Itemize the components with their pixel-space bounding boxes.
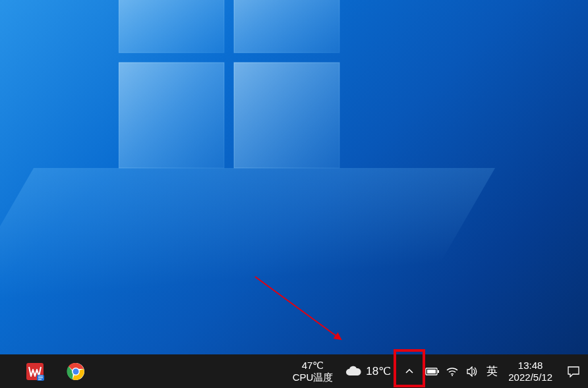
svg-rect-3 bbox=[234, 63, 339, 168]
svg-point-13 bbox=[452, 375, 453, 376]
volume-indicator[interactable] bbox=[462, 354, 482, 388]
svg-rect-1 bbox=[234, 0, 339, 53]
battery-indicator[interactable] bbox=[423, 354, 442, 388]
wifi-icon bbox=[446, 366, 459, 377]
wps-icon bbox=[25, 362, 45, 381]
notification-icon bbox=[567, 366, 580, 377]
desktop-wallpaper[interactable] bbox=[0, 0, 588, 354]
ime-label: 英 bbox=[486, 364, 498, 379]
system-tray-overflow-button[interactable] bbox=[396, 354, 423, 388]
cpu-temp-label: CPU温度 bbox=[293, 372, 334, 383]
chevron-up-icon bbox=[405, 367, 414, 376]
svg-point-9 bbox=[73, 368, 79, 374]
svg-rect-2 bbox=[119, 63, 224, 168]
wifi-indicator[interactable] bbox=[442, 354, 462, 388]
svg-rect-0 bbox=[119, 0, 224, 53]
clock-date: 2022/5/12 bbox=[508, 372, 552, 383]
cpu-temperature-widget[interactable]: 47℃ CPU温度 bbox=[286, 354, 340, 388]
taskbar: 47℃ CPU温度 18℃ bbox=[0, 354, 588, 388]
action-center-button[interactable] bbox=[559, 354, 588, 388]
cpu-temp-value: 47℃ bbox=[302, 360, 324, 371]
speaker-icon bbox=[466, 366, 478, 377]
weather-widget[interactable]: 18℃ bbox=[339, 354, 396, 388]
clock-time: 13:48 bbox=[518, 360, 543, 371]
clock-widget[interactable]: 13:48 2022/5/12 bbox=[502, 354, 559, 388]
taskbar-app-chrome[interactable] bbox=[55, 354, 96, 388]
chrome-icon bbox=[66, 362, 86, 381]
wallpaper-light-beam bbox=[0, 168, 495, 354]
ime-indicator[interactable]: 英 bbox=[482, 354, 502, 388]
svg-rect-11 bbox=[427, 370, 436, 374]
windows-logo-wallpaper bbox=[119, 0, 349, 178]
weather-temp: 18℃ bbox=[366, 364, 391, 378]
battery-icon bbox=[425, 367, 440, 376]
svg-rect-12 bbox=[438, 370, 439, 373]
taskbar-app-wps[interactable] bbox=[15, 354, 55, 388]
cloud-icon bbox=[345, 365, 362, 378]
